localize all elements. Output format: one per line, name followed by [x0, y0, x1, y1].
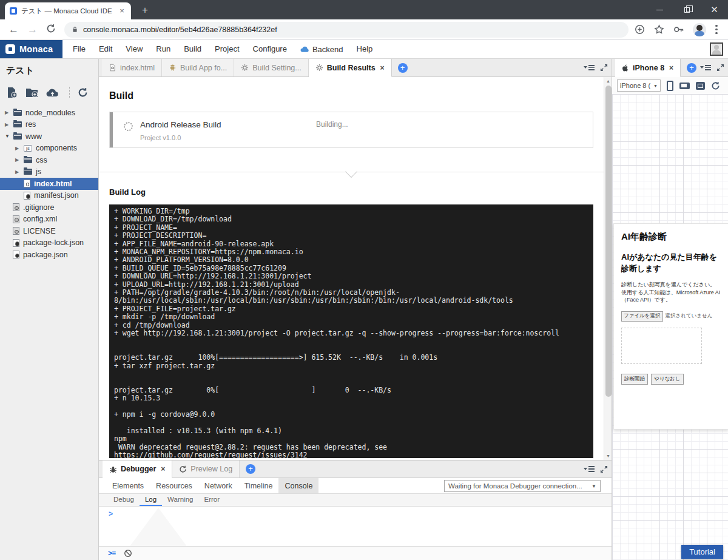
console-output[interactable] [99, 507, 612, 546]
devtools-tab-console[interactable]: Console [278, 478, 318, 493]
cloud-upload-icon[interactable] [46, 87, 59, 97]
tree-item-res[interactable]: res [0, 119, 98, 131]
tab-menu-icon[interactable] [584, 65, 595, 70]
chevron-collapsed-icon[interactable] [15, 169, 24, 175]
zoom-plus-icon[interactable] [635, 24, 645, 35]
new-tab-button[interactable] [137, 4, 153, 17]
panel-tab-preview-log[interactable]: Preview Log [172, 460, 240, 477]
browser-menu-icon[interactable] [715, 25, 718, 35]
debugger-connection-select[interactable]: Waiting for Monaca Debugger connection..… [444, 480, 601, 492]
start-diagnosis-button[interactable]: 診断開始 [621, 374, 648, 385]
scroll-down-icon[interactable] [604, 452, 612, 460]
screenshot-icon[interactable] [696, 82, 705, 90]
tree-item-license[interactable]: LICENSE [0, 225, 98, 237]
close-icon[interactable] [118, 7, 126, 15]
close-icon[interactable] [161, 465, 165, 473]
chevron-expanded-icon[interactable] [5, 133, 13, 139]
tree-item-components[interactable]: components [0, 143, 98, 155]
console-filter-error[interactable]: Error [198, 494, 225, 506]
url-bar[interactable]: console.monaca.mobi/editor/5eb4d26ae7888… [64, 22, 629, 38]
minimize-button[interactable] [646, 0, 673, 19]
menu-configure[interactable]: Configure [246, 40, 294, 58]
key-icon[interactable] [673, 24, 684, 35]
devtools-tab-network[interactable]: Network [198, 478, 238, 493]
tree-item-www[interactable]: www [0, 130, 98, 143]
tree-item-package-lock-json[interactable]: package-lock.json [0, 237, 98, 249]
devtools-tab-elements[interactable]: Elements [106, 478, 150, 493]
new-file-icon[interactable] [6, 87, 18, 98]
chevron-collapsed-icon[interactable] [5, 110, 13, 115]
expand-icon[interactable] [716, 64, 724, 72]
console-filter-warning[interactable]: Warning [162, 494, 198, 506]
chevron-collapsed-icon[interactable] [15, 146, 24, 151]
menu-run[interactable]: Run [149, 40, 177, 58]
tutorial-button[interactable]: Tutorial [681, 545, 723, 559]
portrait-icon[interactable] [667, 81, 673, 91]
browser-tab[interactable]: テスト — Monaca Cloud IDE [5, 2, 131, 19]
tree-item-js[interactable]: js [0, 166, 98, 178]
file-select-button[interactable]: ファイルを選択 [621, 311, 663, 322]
build-job-status: Building... [316, 120, 348, 129]
menu-backend[interactable]: Backend [294, 40, 350, 58]
scroll-up-icon[interactable] [604, 77, 612, 85]
close-icon[interactable] [380, 64, 385, 72]
devtools-tab-resources[interactable]: Resources [150, 478, 198, 493]
expand-icon[interactable] [600, 64, 608, 72]
menu-help[interactable]: Help [350, 40, 380, 58]
add-panel-button[interactable] [246, 464, 255, 474]
clear-console-icon[interactable] [124, 549, 132, 558]
tree-item-index-html[interactable]: index.html [0, 178, 98, 190]
tree-item-node-modules[interactable]: node_modules [0, 107, 98, 119]
preview-menu-icon[interactable] [700, 65, 711, 70]
close-window-button[interactable] [701, 0, 728, 19]
console-input-icon[interactable] [108, 549, 115, 558]
tree-item-manifest-json[interactable]: manifest.json [0, 190, 98, 202]
tree-item-css[interactable]: css [0, 154, 98, 166]
preview-tab-iphone-8[interactable]: iPhone 8 [615, 59, 681, 77]
console-filter-log[interactable]: Log [140, 494, 162, 506]
add-preview-button[interactable] [687, 63, 696, 73]
chevron-collapsed-icon[interactable] [5, 122, 13, 127]
build-job-card[interactable]: Android Release Build Project v1.0.0 Bui… [109, 112, 593, 148]
chevron-collapsed-icon[interactable] [15, 157, 24, 163]
editor-tab-build-setting[interactable]: Build Setting... [234, 59, 309, 76]
add-tab-button[interactable] [398, 63, 408, 73]
editor-scrollbar[interactable] [604, 77, 612, 460]
scrollbar-thumb[interactable] [605, 86, 612, 397]
refresh-preview-icon[interactable] [711, 81, 720, 90]
build-log[interactable]: + WORKING_DIR=/tmp + DOWNLOAD_DIR=/tmp/d… [109, 204, 593, 458]
forward-button[interactable] [27, 24, 38, 36]
devtools-tab-timeline[interactable]: Timeline [238, 478, 279, 493]
editor-tab-build-app-fo[interactable]: Build App fo... [162, 59, 234, 76]
expand-icon[interactable] [600, 465, 608, 473]
new-folder-icon[interactable] [25, 87, 38, 98]
menu-edit[interactable]: Edit [92, 40, 119, 58]
account-avatar[interactable] [710, 42, 723, 56]
menu-project[interactable]: Project [208, 40, 246, 58]
profile-avatar[interactable] [693, 23, 706, 36]
panel-tab-debugger[interactable]: Debugger [103, 460, 172, 478]
panel-menu-icon[interactable] [584, 466, 595, 471]
divider-notch [345, 166, 357, 178]
monaca-brand-name: Monaca [19, 44, 53, 54]
menu-build[interactable]: Build [177, 40, 208, 58]
landscape-icon[interactable] [679, 83, 690, 89]
tree-item-package-json[interactable]: package.json [0, 249, 98, 261]
refresh-project-icon[interactable] [78, 87, 88, 98]
reload-button[interactable] [46, 24, 56, 35]
menu-file[interactable]: File [66, 40, 92, 58]
monaca-logo[interactable]: Monaca [0, 40, 62, 58]
editor-tab-build-results[interactable]: Build Results [309, 59, 392, 77]
bookmark-star-icon[interactable] [654, 24, 664, 35]
image-placeholder-box[interactable] [621, 328, 702, 364]
tree-item-config-xml[interactable]: config.xml [0, 214, 98, 226]
restore-button[interactable] [673, 0, 701, 19]
back-button[interactable] [8, 24, 19, 36]
tree-item-gitignore[interactable]: .gitignore [0, 201, 98, 214]
device-select[interactable]: iPhone 8 ( [617, 79, 661, 92]
redo-button[interactable]: やりなおし [651, 374, 684, 385]
menu-view[interactable]: View [119, 40, 149, 58]
console-filter-debug[interactable]: Debug [108, 494, 140, 506]
close-icon[interactable] [669, 64, 673, 72]
editor-tab-index-html[interactable]: index.html [102, 59, 162, 76]
